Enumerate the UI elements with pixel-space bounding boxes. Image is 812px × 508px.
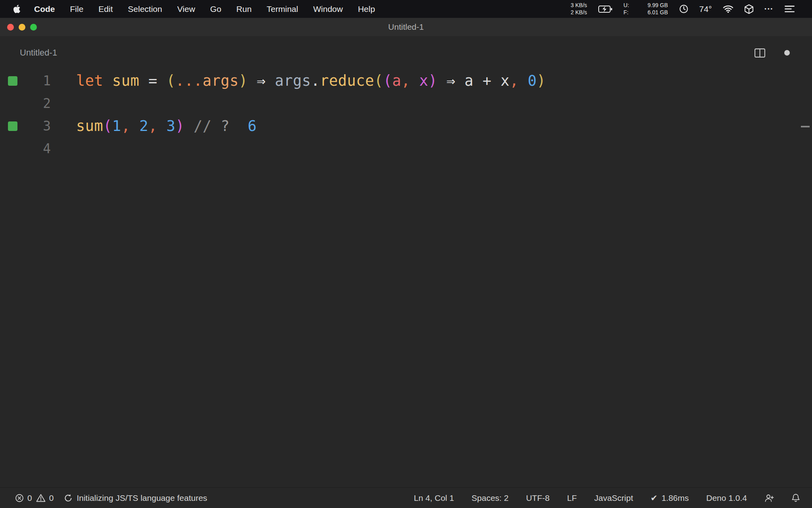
quokka-time: 1.86ms <box>661 493 689 503</box>
code-line-1[interactable]: 1let sum = (...args) ⇒ args.reduce((a, x… <box>0 69 812 92</box>
clock-icon[interactable] <box>679 4 688 13</box>
warning-count: 0 <box>49 493 54 503</box>
menubar-status: 3 KB/s 2 KB/s U: 9.99 GB F: 6.01 GB <box>571 2 795 16</box>
apple-menu[interactable] <box>10 5 27 13</box>
editor-header: Untitled-1 <box>0 36 812 69</box>
line-number: 4 <box>0 141 63 156</box>
gutter: 2 <box>0 92 63 115</box>
quokka-coverage-marker <box>8 76 17 86</box>
menu-terminal[interactable]: Terminal <box>259 0 306 18</box>
code-line-2[interactable]: 2 <box>0 92 812 115</box>
menu-selection[interactable]: Selection <box>121 0 170 18</box>
quokka-coverage-marker <box>8 121 17 131</box>
menu-edit[interactable]: Edit <box>91 0 120 18</box>
quokka-status[interactable]: ✔ 1.86ms <box>651 493 689 503</box>
list-icon[interactable] <box>785 5 795 13</box>
notifications-bell-icon[interactable] <box>791 493 800 502</box>
encoding[interactable]: UTF-8 <box>526 493 550 503</box>
window-titlebar: Untitled-1 <box>0 18 812 36</box>
error-icon <box>15 494 24 502</box>
unsaved-indicator[interactable] <box>784 50 790 56</box>
language-status-text: Initializing JS/TS language features <box>77 493 207 503</box>
check-icon: ✔ <box>651 493 658 503</box>
indentation[interactable]: Spaces: 2 <box>471 493 508 503</box>
statusbar-right: Ln 4, Col 1 Spaces: 2 UTF-8 LF JavaScrip… <box>414 493 800 503</box>
gutter: 3 <box>0 115 63 137</box>
code-text: let sum = (...args) ⇒ args.reduce((a, x)… <box>63 72 546 89</box>
menu-window[interactable]: Window <box>306 0 350 18</box>
gutter: 1 <box>0 69 63 92</box>
window-title: Untitled-1 <box>388 22 424 32</box>
disk-used-label: U: <box>624 2 629 9</box>
eol-sequence[interactable]: LF <box>567 493 577 503</box>
line-number: 2 <box>0 96 63 111</box>
net-up: 3 KB/s <box>571 2 587 9</box>
sync-icon <box>64 494 73 502</box>
statusbar-left: 0 0 <box>15 493 207 503</box>
minimize-button[interactable] <box>19 24 25 31</box>
cube-icon[interactable] <box>745 4 753 14</box>
disk-free-value: 6.01 GB <box>647 9 668 16</box>
language-mode[interactable]: JavaScript <box>594 493 633 503</box>
problems-indicator[interactable]: 0 0 <box>15 493 54 503</box>
tab-filename[interactable]: Untitled-1 <box>20 48 57 58</box>
menu-code[interactable]: Code <box>27 0 63 18</box>
disk-free-label: F: <box>624 9 628 16</box>
cursor-position[interactable]: Ln 4, Col 1 <box>414 493 454 503</box>
menu-run[interactable]: Run <box>229 0 259 18</box>
apple-icon <box>13 5 20 13</box>
code-line-3[interactable]: 3sum(1, 2, 3) // ? 6 <box>0 115 812 137</box>
temperature[interactable]: 74° <box>699 4 712 14</box>
close-button[interactable] <box>7 24 14 31</box>
battery-charging-icon[interactable] <box>598 5 613 13</box>
menu-go[interactable]: Go <box>203 0 229 18</box>
menu-help[interactable]: Help <box>350 0 383 18</box>
warning-icon <box>36 494 46 502</box>
split-editor-icon[interactable] <box>755 48 765 58</box>
wifi-icon[interactable] <box>723 5 733 13</box>
language-status[interactable]: Initializing JS/TS language features <box>64 493 207 503</box>
code-text: sum(1, 2, 3) // ? 6 <box>63 117 257 135</box>
deno-version[interactable]: Deno 1.0.4 <box>706 493 747 503</box>
code-line-4[interactable]: 4 <box>0 137 812 160</box>
person-add-icon[interactable] <box>764 494 774 502</box>
code-editor[interactable]: 1let sum = (...args) ⇒ args.reduce((a, x… <box>0 69 812 487</box>
macos-menubar: CodeFileEditSelectionViewGoRunTerminalWi… <box>0 0 812 18</box>
traffic-lights <box>7 18 37 36</box>
menu-view[interactable]: View <box>170 0 203 18</box>
statusbar: 0 0 <box>0 487 812 508</box>
editor-lines: 1let sum = (...args) ⇒ args.reduce((a, x… <box>0 69 812 160</box>
overview-ruler-mark <box>801 126 810 127</box>
editor-actions <box>755 48 790 58</box>
disk-usage[interactable]: U: 9.99 GB F: 6.01 GB <box>624 2 668 16</box>
network-speed[interactable]: 3 KB/s 2 KB/s <box>571 2 587 16</box>
menubar-menus: CodeFileEditSelectionViewGoRunTerminalWi… <box>10 0 383 18</box>
disk-used-value: 9.99 GB <box>647 2 668 9</box>
error-count: 0 <box>27 493 32 503</box>
screen: CodeFileEditSelectionViewGoRunTerminalWi… <box>0 0 812 508</box>
net-down: 2 KB/s <box>571 9 587 16</box>
menu-file[interactable]: File <box>63 0 91 18</box>
more-icon[interactable]: ••• <box>764 6 774 12</box>
zoom-button[interactable] <box>30 24 37 31</box>
gutter: 4 <box>0 137 63 160</box>
